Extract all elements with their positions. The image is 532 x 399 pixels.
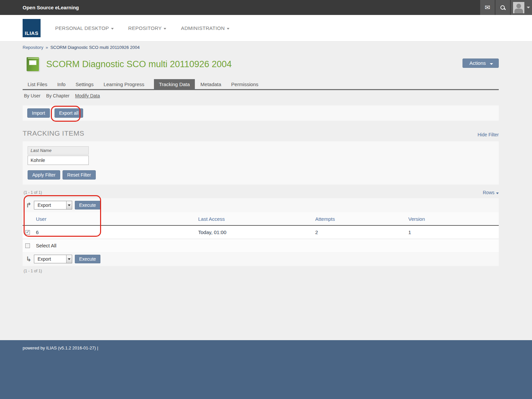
breadcrumb: Repository»SCORM Diagnostic SCO multi 20… bbox=[23, 42, 499, 50]
subtab-bar: By User By Chapter Modify Data bbox=[23, 90, 499, 101]
tab-list-files[interactable]: List Files bbox=[23, 79, 52, 89]
tracking-table: ↱ Export Execute User Last Access Attemp… bbox=[23, 198, 499, 266]
main-content: Repository»SCORM Diagnostic SCO multi 20… bbox=[0, 42, 532, 340]
tab-bar: List Files Info Settings Learning Progre… bbox=[23, 79, 499, 90]
page-title: SCORM Diagnostic SCO multi 20110926 2004 bbox=[46, 59, 232, 69]
subtab-by-user[interactable]: By User bbox=[24, 93, 41, 98]
arrow-up-right-icon: ↱ bbox=[26, 201, 34, 209]
export-all-button[interactable]: Export all bbox=[55, 108, 83, 118]
chevron-down-icon bbox=[496, 193, 499, 194]
actions-button[interactable]: Actions bbox=[463, 59, 499, 68]
select-all-row: Select All bbox=[23, 239, 499, 252]
breadcrumb-separator: » bbox=[46, 45, 48, 50]
execute-button-top[interactable]: Execute bbox=[75, 201, 100, 209]
chevron-down-icon bbox=[111, 28, 114, 30]
main-nav: PERSONAL DESKTOP REPOSITORY ADMINISTRATI… bbox=[51, 22, 240, 34]
action-select-bottom[interactable]: Export bbox=[34, 255, 72, 263]
last-name-input[interactable] bbox=[28, 156, 89, 165]
import-button[interactable]: Import bbox=[27, 108, 50, 118]
footer-text: powered by ILIAS (v5.1.2 2016-01-27) | bbox=[23, 345, 98, 350]
mail-icon: ✉ bbox=[485, 4, 490, 11]
topbar-actions: ✉ bbox=[479, 0, 532, 15]
user-menu-button[interactable] bbox=[511, 0, 532, 15]
tab-info[interactable]: Info bbox=[52, 79, 70, 89]
section-header: TRACKING ITEMS Hide Filter bbox=[23, 129, 499, 137]
cell-last-access: Today, 01:00 bbox=[198, 229, 315, 235]
breadcrumb-current[interactable]: SCORM Diagnostic SCO multi 20110926 2004 bbox=[50, 45, 140, 50]
title-row: SCORM Diagnostic SCO multi 20110926 2004… bbox=[23, 57, 499, 71]
table-header-row: User Last Access Attempts Version bbox=[23, 212, 499, 226]
arrow-down-right-icon: ↳ bbox=[26, 255, 34, 263]
row-checkbox[interactable] bbox=[25, 230, 30, 235]
mail-button[interactable]: ✉ bbox=[480, 0, 495, 15]
column-header-attempts[interactable]: Attempts bbox=[315, 216, 408, 222]
tab-tracking-data[interactable]: Tracking Data bbox=[154, 79, 195, 89]
apply-filter-button[interactable]: Apply Filter bbox=[28, 170, 60, 180]
chevron-down-icon bbox=[490, 63, 493, 65]
last-name-filter-label: Last Name bbox=[28, 146, 89, 155]
tab-learning-progress[interactable]: Learning Progress bbox=[98, 79, 149, 89]
search-icon bbox=[500, 5, 505, 10]
result-range: (1 - 1 of 1) bbox=[23, 190, 42, 195]
rows-dropdown[interactable]: Rows bbox=[483, 190, 499, 195]
column-header-version[interactable]: Version bbox=[408, 216, 425, 222]
tab-permissions[interactable]: Permissions bbox=[226, 79, 263, 89]
ilias-logo[interactable]: ILIAS bbox=[23, 19, 41, 37]
subtab-modify-data[interactable]: Modify Data bbox=[75, 93, 100, 98]
table-row: 6 Today, 01:00 2 1 bbox=[23, 226, 499, 239]
filter-panel: Last Name Apply Filter Reset Filter bbox=[23, 141, 499, 185]
breadcrumb-repository-link[interactable]: Repository bbox=[23, 45, 43, 50]
scorm-module-icon bbox=[27, 57, 39, 71]
nav-repository[interactable]: REPOSITORY bbox=[124, 22, 171, 34]
top-bar: Open Source eLearning ✉ bbox=[0, 0, 532, 15]
footer: powered by ILIAS (v5.1.2 2016-01-27) | bbox=[0, 340, 532, 399]
avatar bbox=[513, 2, 524, 13]
action-select-top[interactable]: Export bbox=[34, 201, 72, 209]
chevron-down-icon bbox=[527, 7, 530, 8]
chevron-down-icon bbox=[227, 28, 229, 30]
toolbar: Import Export all bbox=[23, 105, 499, 121]
cell-user: 6 bbox=[23, 229, 198, 235]
column-header-user[interactable]: User bbox=[23, 216, 198, 222]
site-title: Open Source eLearning bbox=[23, 5, 79, 10]
select-all-checkbox[interactable] bbox=[25, 243, 30, 248]
table-meta-row: (1 - 1 of 1) Rows bbox=[23, 190, 499, 195]
main-header: ILIAS PERSONAL DESKTOP REPOSITORY ADMINI… bbox=[0, 15, 532, 42]
column-header-last-access[interactable]: Last Access bbox=[198, 216, 315, 222]
chevron-down-icon bbox=[164, 28, 166, 30]
result-range-bottom: (1 - 1 of 1) bbox=[23, 269, 499, 273]
cell-attempts: 2 bbox=[315, 229, 408, 235]
select-caret-icon bbox=[66, 255, 72, 263]
reset-filter-button[interactable]: Reset Filter bbox=[63, 170, 96, 180]
section-title: TRACKING ITEMS bbox=[23, 129, 84, 137]
table-command-row-bottom: ↳ Export Execute bbox=[23, 252, 499, 266]
execute-button-bottom[interactable]: Execute bbox=[75, 255, 100, 263]
cell-version: 1 bbox=[408, 229, 411, 235]
table-command-row-top: ↱ Export Execute bbox=[23, 198, 499, 212]
search-button[interactable] bbox=[495, 0, 510, 15]
nav-personal-desktop[interactable]: PERSONAL DESKTOP bbox=[51, 22, 118, 34]
tab-metadata[interactable]: Metadata bbox=[196, 79, 226, 89]
select-caret-icon bbox=[66, 201, 72, 209]
hide-filter-link[interactable]: Hide Filter bbox=[477, 132, 499, 137]
page: Open Source eLearning ✉ ILIAS PERSONAL D… bbox=[0, 0, 532, 399]
nav-administration[interactable]: ADMINISTRATION bbox=[177, 22, 233, 34]
subtab-by-chapter[interactable]: By Chapter bbox=[46, 93, 69, 98]
tab-settings[interactable]: Settings bbox=[70, 79, 98, 89]
